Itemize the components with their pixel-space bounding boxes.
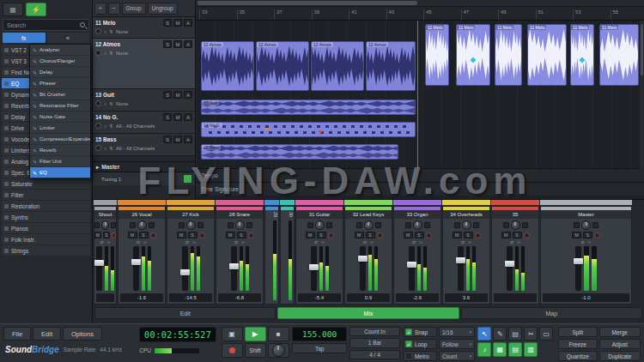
group-button[interactable]: Group bbox=[122, 3, 146, 15]
mute-button[interactable]: M bbox=[453, 232, 462, 238]
track-s-button[interactable]: S bbox=[163, 19, 172, 27]
pan-knob[interactable] bbox=[137, 220, 147, 230]
channel-input-button[interactable] bbox=[228, 222, 234, 228]
channel-strip-29[interactable]: 29 bbox=[264, 206, 279, 305]
duplicate-button[interactable]: Duplicate bbox=[599, 351, 641, 361]
browser-category-folk-instr[interactable]: Folk Instr. bbox=[2, 234, 90, 244]
browser-category-strings[interactable]: Strings bbox=[2, 245, 90, 256]
stop-button[interactable]: ■ bbox=[268, 327, 289, 341]
audio-clip-13-guit[interactable]: 13 Guit bbox=[201, 100, 416, 115]
pointer-tool[interactable]: ↖ bbox=[477, 327, 491, 341]
record-arm-button[interactable] bbox=[475, 232, 481, 238]
plugin-item-analyzer[interactable]: ✎ Analyzer bbox=[30, 45, 90, 56]
clip-area[interactable]: 12 Atmos 12 Atmos 12 Atmos 12 Atmos 11 M… bbox=[196, 21, 644, 168]
tuning-enable-button[interactable] bbox=[184, 175, 191, 183]
record-arm-button[interactable] bbox=[95, 145, 101, 151]
track-a-button[interactable]: A bbox=[184, 40, 192, 48]
mute-button[interactable]: M bbox=[306, 232, 315, 238]
tempo-lane[interactable]: Tempo bbox=[196, 168, 644, 182]
play-button[interactable]: ▶ bbox=[245, 327, 266, 341]
merge-button[interactable]: Merge bbox=[599, 327, 641, 337]
pan-knob[interactable] bbox=[315, 220, 325, 230]
volume-fader[interactable] bbox=[133, 246, 139, 291]
fader-handle[interactable] bbox=[358, 256, 368, 262]
browser-tab-item[interactable]: ≡ bbox=[47, 33, 90, 43]
plugin-item-bit-crusher[interactable]: ✎ Bit Crusher bbox=[30, 89, 90, 100]
track-m-button[interactable]: M bbox=[173, 91, 182, 99]
quantize-button[interactable]: Quantize bbox=[558, 351, 598, 361]
options-menu-button[interactable]: Options bbox=[63, 327, 102, 341]
loop-toggle[interactable]: ✓ Loop bbox=[403, 339, 437, 349]
channel-input-button[interactable] bbox=[94, 222, 100, 228]
vertical-scrollbar[interactable] bbox=[640, 21, 644, 170]
erase-tool[interactable]: ▭ bbox=[539, 327, 553, 341]
plugin-item-limiter[interactable]: ✎ Limiter bbox=[30, 123, 90, 134]
track-s-button[interactable]: S bbox=[163, 113, 172, 121]
audio-clip-15-bass[interactable]: 15 Bass bbox=[201, 144, 398, 160]
audio-clip-12-atmos[interactable]: 12 Atmos bbox=[311, 41, 364, 91]
volume-fader[interactable] bbox=[409, 246, 415, 291]
browser-tab-fx[interactable]: fx bbox=[3, 33, 46, 43]
plugin-item-delay[interactable]: ✎ Delay bbox=[30, 67, 90, 78]
overview-segment-31-guitar[interactable] bbox=[295, 200, 343, 205]
record-arm-button[interactable] bbox=[150, 232, 156, 238]
track-13-guit[interactable]: 13 Guit SMA ♪ ↯ None bbox=[93, 89, 195, 112]
audio-clip-12-atmos[interactable]: 12 Atmos bbox=[201, 41, 254, 91]
freeze-button[interactable]: Freeze bbox=[558, 339, 598, 349]
track-a-button[interactable]: A bbox=[184, 91, 192, 99]
adjust-button[interactable]: Adjust bbox=[599, 339, 641, 349]
audio-clip-11-melo[interactable]: 11 Melo bbox=[495, 24, 522, 86]
scrollbar-thumb[interactable] bbox=[197, 1, 417, 5]
mixer-tab-mix[interactable]: Mix bbox=[277, 307, 459, 319]
channel-strip-28-snare[interactable]: 28 Snare M S ⇄ ∞ -6.8 bbox=[216, 206, 264, 305]
channel-input-button[interactable] bbox=[356, 222, 362, 228]
snap-toggle[interactable]: ✓ Snap bbox=[403, 327, 437, 337]
overview-segment-30[interactable] bbox=[280, 200, 295, 205]
solo-button[interactable]: S bbox=[237, 232, 246, 238]
channel-fx-button[interactable] bbox=[522, 222, 528, 228]
volume-fader[interactable] bbox=[96, 246, 102, 291]
record-arm-button[interactable] bbox=[524, 232, 530, 238]
pan-knob[interactable] bbox=[101, 220, 109, 230]
solo-button[interactable]: S bbox=[139, 232, 149, 238]
channel-input-button[interactable] bbox=[405, 222, 411, 228]
record-arm-button[interactable] bbox=[95, 50, 101, 56]
volume-fader[interactable] bbox=[507, 246, 513, 291]
channel-strip-35[interactable]: 35 M S ⇄ ∞ bbox=[491, 206, 539, 305]
track-routing[interactable]: None bbox=[116, 101, 128, 106]
channel-input-button[interactable] bbox=[307, 222, 313, 228]
channel-strip-26-vocal[interactable]: 26 Vocal M S ⇄ ∞ -1.6 bbox=[118, 206, 166, 305]
track-s-button[interactable]: S bbox=[163, 136, 172, 143]
channel-strip-27-kick[interactable]: 27 Kick M S ⇄ ∞ -14.5 bbox=[167, 206, 215, 305]
record-arm-button[interactable] bbox=[426, 232, 432, 238]
fader-handle[interactable] bbox=[131, 259, 141, 265]
channel-input-button[interactable] bbox=[574, 222, 580, 228]
split-button[interactable]: Split bbox=[558, 327, 598, 337]
mute-button[interactable]: M bbox=[128, 232, 137, 238]
mute-button[interactable]: M bbox=[501, 232, 511, 238]
overview-segment-32-lead-keys[interactable] bbox=[344, 200, 392, 205]
scrollbar-thumb[interactable] bbox=[641, 24, 643, 75]
channel-strip-30[interactable]: 30 bbox=[280, 206, 295, 305]
shift-button[interactable]: Shift bbox=[245, 343, 266, 358]
mixer-overview-strip[interactable] bbox=[93, 200, 644, 205]
record-arm-button[interactable] bbox=[328, 232, 334, 238]
channel-fx-button[interactable] bbox=[149, 222, 155, 228]
horizontal-scrollbar[interactable] bbox=[196, 0, 644, 7]
library-grid-button[interactable]: ▦ bbox=[3, 3, 23, 16]
browser-category-saturate[interactable]: Saturate bbox=[2, 178, 90, 189]
plugin-item-resonance-filter[interactable]: ✎ Resonance Filter bbox=[30, 100, 90, 112]
mute-button[interactable]: M bbox=[572, 232, 581, 238]
edit-menu-button[interactable]: Edit bbox=[33, 327, 61, 341]
fader-handle[interactable] bbox=[574, 258, 583, 264]
channel-strip-31-guitar[interactable]: 31 Guitar M S ⇄ ∞ -5.4 bbox=[295, 206, 343, 305]
mixer-tab-map[interactable]: Map bbox=[461, 307, 642, 319]
mute-button[interactable]: M bbox=[404, 232, 413, 238]
count-in-select[interactable]: 1 Bar bbox=[349, 338, 400, 347]
record-arm-button[interactable] bbox=[248, 232, 254, 238]
metro-value-select[interactable]: Count▾ bbox=[439, 351, 475, 361]
playhead[interactable] bbox=[417, 21, 418, 168]
pan-knob[interactable] bbox=[186, 220, 196, 230]
channel-input-button[interactable] bbox=[454, 222, 460, 228]
solo-button[interactable]: S bbox=[415, 232, 424, 238]
